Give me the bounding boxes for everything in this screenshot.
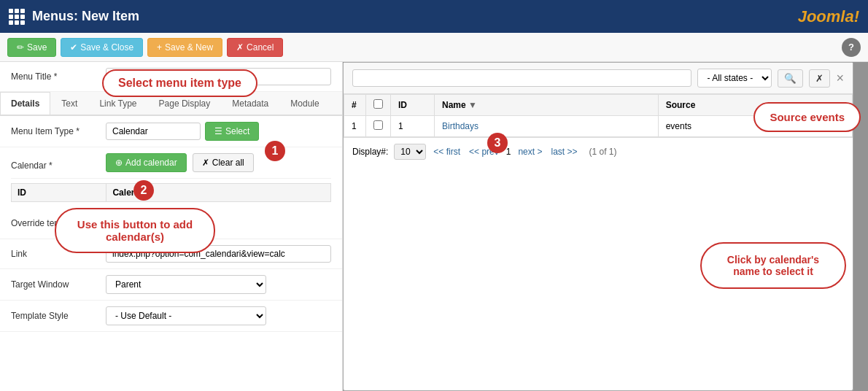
- toolbar: ✏ Save ✔ Save & Close + Save & New ✗ Can…: [0, 33, 868, 62]
- search-icon: 🔍: [784, 73, 797, 84]
- step-1-circle: 1: [265, 141, 285, 161]
- add-calendar-label: Add calendar: [125, 158, 177, 168]
- next-link[interactable]: next >: [518, 147, 542, 157]
- plus-icon: +: [157, 42, 162, 53]
- joomla-logo: Joomla!: [798, 7, 859, 26]
- tab-text[interactable]: Text: [50, 92, 88, 115]
- row-checkbox[interactable]: [373, 120, 383, 130]
- source-events-callout: Source events: [753, 102, 861, 132]
- save-close-label: Save & Close: [80, 42, 133, 53]
- callout-add-calendar: Use this button to add calendar(s): [55, 208, 215, 253]
- first-link[interactable]: << first: [433, 147, 460, 157]
- birthdays-link[interactable]: Birthdays: [442, 121, 478, 131]
- target-window-label: Target Window: [11, 279, 106, 290]
- callout-select-type-text: Select menu item type: [118, 77, 241, 89]
- save-close-button[interactable]: ✔ Save & Close: [61, 38, 143, 57]
- page-info: (1 of 1): [589, 147, 617, 157]
- select-type-button[interactable]: ☰ Select: [205, 122, 259, 141]
- row-id: 1: [391, 116, 435, 137]
- tab-details[interactable]: Details: [0, 92, 50, 115]
- target-window-row: Target Window Parent: [0, 269, 342, 301]
- menu-item-type-row: Menu Item Type * ☰ Select: [0, 116, 342, 147]
- grid-icon[interactable]: [9, 9, 25, 25]
- save-label: Save: [27, 42, 47, 53]
- menu-item-type-input[interactable]: [106, 123, 201, 140]
- display-label: Display#:: [352, 147, 388, 157]
- select-all-checkbox[interactable]: [373, 99, 383, 109]
- check-icon: ✔: [70, 42, 77, 53]
- step-2-label: 2: [141, 184, 147, 197]
- all-states-select[interactable]: - All states -: [697, 69, 772, 88]
- col-check: [366, 95, 391, 116]
- last-link[interactable]: last >>: [551, 147, 577, 157]
- template-style-row: Template Style - Use Default -: [0, 301, 342, 332]
- sort-arrow: ▼: [468, 100, 477, 110]
- tab-module[interactable]: Module: [279, 92, 330, 115]
- save-button[interactable]: ✏ Save: [7, 38, 56, 57]
- col-name: Name ▼: [435, 95, 659, 116]
- callout-add-calendar-text: Use this button to add calendar(s): [77, 218, 193, 243]
- calendar-table: ID Calendar: [11, 183, 331, 202]
- clear-all-button[interactable]: ✗ Clear all: [193, 153, 254, 172]
- click-callout-text: Click by calendar's name to select it: [727, 254, 819, 277]
- callout-select-type: Select menu item type: [102, 69, 257, 97]
- template-style-select[interactable]: - Use Default -: [106, 306, 266, 325]
- clear-all-label: Clear all: [212, 158, 244, 168]
- source-events-text: Source events: [770, 111, 845, 123]
- calendar-actions: ⊕ Add calendar ✗ Clear all: [106, 153, 254, 172]
- row-num: 1: [344, 116, 366, 137]
- calendar-id-header: ID: [12, 184, 106, 202]
- save-new-button[interactable]: + Save & New: [147, 38, 222, 57]
- template-style-label: Template Style: [11, 311, 106, 321]
- page-title: Menus: New Item: [32, 9, 798, 24]
- modal-close-button[interactable]: ×: [836, 71, 844, 86]
- menu-title-label: Menu Title *: [11, 71, 106, 82]
- target-window-select[interactable]: Parent: [106, 275, 266, 294]
- cancel-button[interactable]: ✗ Cancel: [227, 38, 283, 57]
- modal-footer: Display#: 10 << first << prev 1 next > l…: [344, 137, 853, 166]
- help-button[interactable]: ?: [842, 38, 861, 57]
- toolbar-right: ?: [842, 38, 861, 57]
- clear-icon: ✗: [815, 73, 824, 84]
- save-icon: ✏: [17, 42, 24, 53]
- cancel-label: Cancel: [247, 42, 274, 53]
- step-3-label: 3: [495, 136, 501, 150]
- current-page: 1: [506, 147, 511, 157]
- plus-circle-icon: ⊕: [115, 158, 123, 168]
- col-num: #: [344, 95, 366, 116]
- calendar-label: Calendar *: [11, 160, 106, 171]
- display-select[interactable]: 10: [394, 144, 426, 160]
- calendar-section: Calendar * ⊕ Add calendar ✗ Clear all ID: [0, 147, 342, 208]
- step-2-circle: 2: [133, 180, 154, 201]
- row-name: Birthdays: [435, 116, 659, 137]
- modal-search-input[interactable]: [352, 69, 691, 87]
- col-id: ID: [391, 95, 435, 116]
- modal-clear-button[interactable]: ✗: [809, 69, 830, 88]
- x-icon: ✗: [236, 42, 244, 53]
- menu-item-type-label: Menu Item Type *: [11, 126, 106, 136]
- row-check: [366, 116, 391, 137]
- search-button[interactable]: 🔍: [778, 69, 803, 88]
- step-3-circle: 3: [487, 133, 508, 153]
- select-label: Select: [225, 126, 249, 136]
- click-callout: Click by calendar's name to select it: [700, 242, 846, 289]
- times-icon: ✗: [202, 158, 209, 168]
- step-1-label: 1: [272, 144, 279, 158]
- top-bar: Menus: New Item Joomla!: [0, 0, 868, 33]
- add-calendar-button[interactable]: ⊕ Add calendar: [106, 153, 187, 172]
- modal-header: - All states - 🔍 ✗ ×: [344, 63, 853, 94]
- save-new-label: Save & New: [165, 42, 213, 53]
- list-icon: ☰: [214, 126, 222, 136]
